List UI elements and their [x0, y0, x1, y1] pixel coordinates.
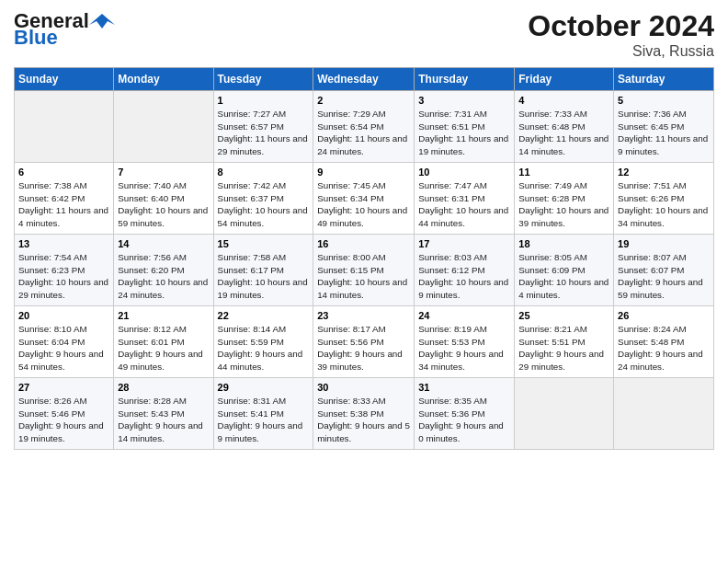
day-detail: Sunrise: 8:12 AMSunset: 6:01 PMDaylight:… [118, 323, 209, 373]
day-detail: Sunrise: 7:56 AMSunset: 6:20 PMDaylight:… [118, 251, 209, 302]
day-number: 3 [418, 95, 510, 106]
day-detail: Sunrise: 7:29 AMSunset: 6:54 PMDaylight:… [317, 108, 410, 158]
calendar-cell: 31Sunrise: 8:35 AMSunset: 5:36 PMDayligh… [415, 378, 515, 450]
day-detail: Sunrise: 8:03 AMSunset: 6:12 PMDaylight:… [418, 251, 510, 302]
calendar-cell: 10Sunrise: 7:47 AMSunset: 6:31 PMDayligh… [415, 163, 515, 235]
main-container: General Blue October 2024 Siva, Russia S… [0, 0, 728, 459]
calendar-cell: 2Sunrise: 7:29 AMSunset: 6:54 PMDaylight… [313, 91, 415, 163]
calendar-week-row: 6Sunrise: 7:38 AMSunset: 6:42 PMDaylight… [15, 163, 714, 235]
day-number: 25 [518, 310, 609, 321]
logo: General Blue [14, 9, 115, 50]
day-detail: Sunrise: 7:42 AMSunset: 6:37 PMDaylight:… [218, 179, 310, 230]
calendar-week-row: 20Sunrise: 8:10 AMSunset: 6:04 PMDayligh… [15, 306, 714, 378]
calendar-cell: 19Sunrise: 8:07 AMSunset: 6:07 PMDayligh… [614, 235, 714, 306]
day-number: 13 [18, 238, 109, 249]
day-number: 31 [418, 382, 510, 393]
day-number: 22 [218, 310, 310, 321]
calendar-cell: 7Sunrise: 7:40 AMSunset: 6:40 PMDaylight… [114, 163, 213, 235]
calendar-cell: 14Sunrise: 7:56 AMSunset: 6:20 PMDayligh… [114, 235, 213, 306]
day-number: 9 [317, 167, 410, 178]
day-number: 12 [618, 167, 710, 178]
calendar-cell: 1Sunrise: 7:27 AMSunset: 6:57 PMDaylight… [213, 91, 313, 163]
calendar-header-row: Sunday Monday Tuesday Wednesday Thursday… [15, 68, 714, 91]
calendar-week-row: 1Sunrise: 7:27 AMSunset: 6:57 PMDaylight… [15, 91, 714, 163]
calendar-cell: 9Sunrise: 7:45 AMSunset: 6:34 PMDaylight… [313, 163, 415, 235]
col-sunday: Sunday [15, 68, 114, 91]
col-saturday: Saturday [614, 68, 714, 91]
day-detail: Sunrise: 7:31 AMSunset: 6:51 PMDaylight:… [418, 108, 510, 158]
calendar-cell: 18Sunrise: 8:05 AMSunset: 6:09 PMDayligh… [515, 235, 614, 306]
day-number: 15 [218, 238, 310, 249]
calendar-cell: 26Sunrise: 8:24 AMSunset: 5:48 PMDayligh… [614, 306, 714, 378]
calendar-cell: 24Sunrise: 8:19 AMSunset: 5:53 PMDayligh… [415, 306, 515, 378]
calendar-cell: 15Sunrise: 7:58 AMSunset: 6:17 PMDayligh… [213, 235, 313, 306]
calendar-cell [15, 91, 114, 163]
day-number: 10 [418, 167, 510, 178]
title-block: October 2024 Siva, Russia [528, 9, 714, 60]
day-number: 7 [118, 167, 209, 178]
calendar-cell: 29Sunrise: 8:31 AMSunset: 5:41 PMDayligh… [213, 378, 313, 450]
day-detail: Sunrise: 7:54 AMSunset: 6:23 PMDaylight:… [18, 251, 109, 302]
col-tuesday: Tuesday [213, 68, 313, 91]
day-detail: Sunrise: 8:35 AMSunset: 5:36 PMDaylight:… [418, 395, 510, 445]
day-number: 21 [118, 310, 209, 321]
day-number: 1 [218, 95, 310, 106]
day-detail: Sunrise: 7:47 AMSunset: 6:31 PMDaylight:… [418, 179, 510, 230]
day-number: 5 [618, 95, 710, 106]
calendar-cell: 28Sunrise: 8:28 AMSunset: 5:43 PMDayligh… [114, 378, 213, 450]
day-number: 29 [218, 382, 310, 393]
day-number: 28 [118, 382, 209, 393]
calendar-cell: 25Sunrise: 8:21 AMSunset: 5:51 PMDayligh… [515, 306, 614, 378]
day-number: 14 [118, 238, 209, 249]
calendar-cell: 13Sunrise: 7:54 AMSunset: 6:23 PMDayligh… [15, 235, 114, 306]
calendar-cell: 20Sunrise: 8:10 AMSunset: 6:04 PMDayligh… [15, 306, 114, 378]
day-number: 2 [317, 95, 410, 106]
day-detail: Sunrise: 7:40 AMSunset: 6:40 PMDaylight:… [118, 179, 209, 230]
calendar-table: Sunday Monday Tuesday Wednesday Thursday… [14, 67, 714, 450]
day-detail: Sunrise: 8:19 AMSunset: 5:53 PMDaylight:… [418, 323, 510, 373]
calendar-cell [614, 378, 714, 450]
day-detail: Sunrise: 8:31 AMSunset: 5:41 PMDaylight:… [218, 395, 310, 445]
logo-bird-icon [89, 12, 115, 30]
calendar-cell [114, 91, 213, 163]
calendar-cell: 23Sunrise: 8:17 AMSunset: 5:56 PMDayligh… [313, 306, 415, 378]
day-detail: Sunrise: 7:45 AMSunset: 6:34 PMDaylight:… [317, 179, 410, 230]
col-thursday: Thursday [415, 68, 515, 91]
calendar-cell: 17Sunrise: 8:03 AMSunset: 6:12 PMDayligh… [415, 235, 515, 306]
day-detail: Sunrise: 8:05 AMSunset: 6:09 PMDaylight:… [518, 251, 609, 302]
day-detail: Sunrise: 7:33 AMSunset: 6:48 PMDaylight:… [518, 108, 609, 158]
location: Siva, Russia [528, 43, 714, 60]
calendar-cell: 5Sunrise: 7:36 AMSunset: 6:45 PMDaylight… [614, 91, 714, 163]
day-number: 26 [618, 310, 710, 321]
calendar-cell: 6Sunrise: 7:38 AMSunset: 6:42 PMDaylight… [15, 163, 114, 235]
logo-blue: Blue [14, 26, 58, 50]
calendar-cell: 12Sunrise: 7:51 AMSunset: 6:26 PMDayligh… [614, 163, 714, 235]
calendar-cell: 16Sunrise: 8:00 AMSunset: 6:15 PMDayligh… [313, 235, 415, 306]
day-number: 16 [317, 238, 410, 249]
day-number: 18 [518, 238, 609, 249]
calendar-cell: 21Sunrise: 8:12 AMSunset: 6:01 PMDayligh… [114, 306, 213, 378]
day-number: 20 [18, 310, 109, 321]
day-detail: Sunrise: 8:21 AMSunset: 5:51 PMDaylight:… [518, 323, 609, 373]
calendar-cell: 3Sunrise: 7:31 AMSunset: 6:51 PMDaylight… [415, 91, 515, 163]
day-number: 11 [518, 167, 609, 178]
day-number: 4 [518, 95, 609, 106]
day-detail: Sunrise: 7:27 AMSunset: 6:57 PMDaylight:… [218, 108, 310, 158]
day-detail: Sunrise: 8:24 AMSunset: 5:48 PMDaylight:… [618, 323, 710, 373]
calendar-cell: 11Sunrise: 7:49 AMSunset: 6:28 PMDayligh… [515, 163, 614, 235]
day-detail: Sunrise: 8:33 AMSunset: 5:38 PMDaylight:… [317, 395, 410, 445]
day-detail: Sunrise: 8:14 AMSunset: 5:59 PMDaylight:… [218, 323, 310, 373]
calendar-cell [515, 378, 614, 450]
day-number: 6 [18, 167, 109, 178]
day-number: 24 [418, 310, 510, 321]
day-detail: Sunrise: 7:58 AMSunset: 6:17 PMDaylight:… [218, 251, 310, 302]
day-number: 8 [218, 167, 310, 178]
col-wednesday: Wednesday [313, 68, 415, 91]
day-detail: Sunrise: 7:38 AMSunset: 6:42 PMDaylight:… [18, 179, 109, 230]
calendar-week-row: 27Sunrise: 8:26 AMSunset: 5:46 PMDayligh… [15, 378, 714, 450]
day-detail: Sunrise: 7:36 AMSunset: 6:45 PMDaylight:… [618, 108, 710, 158]
day-number: 23 [317, 310, 410, 321]
svg-marker-0 [89, 14, 115, 29]
calendar-cell: 27Sunrise: 8:26 AMSunset: 5:46 PMDayligh… [15, 378, 114, 450]
day-number: 19 [618, 238, 710, 249]
